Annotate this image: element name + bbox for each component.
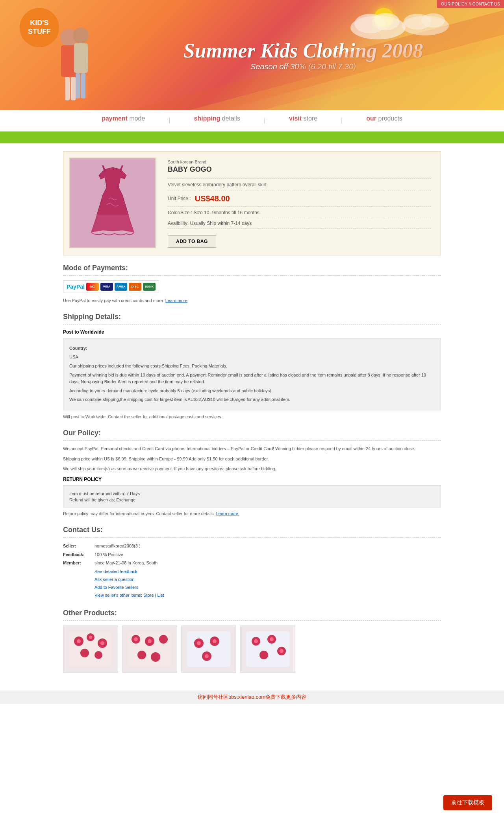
nav-highlight-shipping: shipping <box>194 115 220 122</box>
svg-point-43 <box>254 639 258 643</box>
return-table: Item must be returned within: 7 Days Ref… <box>63 485 441 508</box>
svg-point-10 <box>73 28 89 43</box>
svg-point-29 <box>134 637 138 641</box>
shipping-title-text: Shipping Details: <box>63 313 121 321</box>
card-amex: AMEX <box>115 283 127 291</box>
contact-link-ask[interactable]: Ask seller a question <box>94 576 441 584</box>
add-to-bag-button[interactable]: ADD TO BAG <box>168 235 216 248</box>
nav-item-products[interactable]: our products <box>366 115 402 126</box>
svg-point-5 <box>421 13 445 28</box>
price-value: US$48.00 <box>195 194 230 203</box>
contact-section-title: Contact Us: <box>63 526 441 538</box>
shipping-row-1: Payment of winning bid is due within 10 … <box>69 372 435 386</box>
shipping-country-value: USA <box>69 354 435 361</box>
svg-point-35 <box>197 641 201 645</box>
svg-rect-12 <box>76 73 80 98</box>
product-section: South korean Brand BABY GOGO Velvet slev… <box>63 151 441 256</box>
dress-svg <box>83 163 142 242</box>
post-worldwide: Post to Worldwide <box>63 329 441 335</box>
card-discover: DISC <box>129 283 141 291</box>
contact-section: Contact Us: Seller: homestuffkorea2008(3… <box>63 526 441 599</box>
divider-2 <box>168 191 431 191</box>
shipping-country-label: Country: <box>69 345 435 352</box>
contact-link-favorite[interactable]: Add to Favorite Sellers <box>94 584 441 592</box>
product-thumb-3[interactable] <box>181 625 236 673</box>
main-nav: payment mode | shipping details | visit … <box>0 110 504 132</box>
svg-point-44 <box>270 637 274 641</box>
brand-name: BABY GOGO <box>168 165 431 174</box>
svg-rect-9 <box>71 77 76 100</box>
nav-item-shipping[interactable]: shipping details <box>194 115 240 126</box>
return-row-1: Refund will be given as: Exchange <box>69 497 435 502</box>
contact-link-feedback[interactable]: See detailed feedback <box>94 568 441 576</box>
svg-point-42 <box>259 651 268 659</box>
availability-label: Availbility: <box>168 221 189 226</box>
policy-link[interactable]: OUR POLICY // CONTACT US <box>437 0 504 8</box>
nav-item-payment[interactable]: payment mode <box>102 115 145 126</box>
other-products-section: Other Products: <box>63 609 441 673</box>
other-products-grid <box>63 625 441 673</box>
policy-text-3: We will ship your item(s) as soon as we … <box>63 466 441 473</box>
paypal-logo: PayPal <box>67 284 85 290</box>
cloud-decoration <box>346 4 465 43</box>
svg-point-27 <box>137 651 146 659</box>
card-mastercard: MC <box>86 283 99 291</box>
svg-point-18 <box>80 649 89 657</box>
price-row: Unit Price : US$48.00 <box>168 194 431 203</box>
contact-title-text: Contact Us: <box>63 526 103 534</box>
svg-point-37 <box>205 654 209 658</box>
payment-title-text: Mode of Payments: <box>63 264 128 272</box>
nav-sep-2: | <box>264 115 265 126</box>
brand-label: South korean Brand <box>168 160 431 164</box>
logo-line1: KID'S <box>30 19 48 28</box>
payment-description: Use PayPal to easily pay with credit car… <box>63 298 441 303</box>
product-thumb-4[interactable] <box>240 625 295 673</box>
shipping-row-2: According to yours demand manufacture,cy… <box>69 388 435 395</box>
policy-section: Our Policy: We accept PayPal, Personal c… <box>63 429 441 516</box>
contact-seller-value: homestuffkorea2008(3 ) <box>94 542 141 550</box>
policy-section-title: Our Policy: <box>63 429 441 441</box>
svg-point-28 <box>151 652 160 662</box>
main-content: South korean Brand BABY GOGO Velvet slev… <box>59 143 445 691</box>
contact-feedback-value: 100 % Positive <box>94 551 123 559</box>
policy-text-1: We accept PayPal, Personal checks and Cr… <box>63 445 441 453</box>
svg-rect-13 <box>81 73 85 98</box>
availability-row: Availbility: Usually Ship within 7-14 da… <box>168 221 431 229</box>
svg-rect-8 <box>65 77 70 100</box>
other-products-title: Other Products: <box>63 609 441 621</box>
card-visa: VISA <box>100 283 113 291</box>
svg-point-26 <box>159 635 168 644</box>
nav-item-store[interactable]: visit store <box>289 115 317 126</box>
divider-3 <box>168 206 431 207</box>
product-thumb-1[interactable] <box>63 625 118 673</box>
contact-feedback-row: Feedback: 100 % Positive <box>63 551 441 559</box>
nav-sep-1: | <box>169 115 170 126</box>
nav-highlight-visit: visit <box>289 115 302 122</box>
watermark: 访问同号社区bbs.xienlao.com免费下载更多内容 <box>0 690 504 704</box>
color-size-row: Color/Size : Size 10- 9months till 16 mo… <box>168 210 431 218</box>
nav-highlight-our: our <box>366 115 376 122</box>
policy-learn-more-link[interactable]: Learn more. <box>216 511 239 516</box>
contact-link-other-items[interactable]: View seller's other items: Store | List <box>94 592 441 599</box>
nav-highlight-payment: payment <box>102 115 128 122</box>
svg-point-21 <box>89 636 92 639</box>
contact-seller-row: Seller: homestuffkorea2008(3 ) <box>63 542 441 550</box>
paypal-box: PayPal MC VISA AMEX DISC BANK <box>63 280 159 293</box>
shipping-row-0: Our shipping prices included the followi… <box>69 363 435 370</box>
shipping-section: Shipping Details: Post to Worldwide Coun… <box>63 313 441 419</box>
policy-footer: Return policy may differ for internation… <box>63 511 441 516</box>
watermark-text: 访问同号社区bbs.xienlao.com免费下载更多内容 <box>198 694 306 700</box>
contact-feedback-label: Feedback: <box>63 551 91 559</box>
nav-sep-3: | <box>341 115 343 126</box>
svg-point-2 <box>372 13 400 30</box>
product-thumb-2[interactable] <box>122 625 177 673</box>
svg-rect-11 <box>74 43 88 73</box>
payment-learn-more-link[interactable]: Learn more <box>165 298 187 303</box>
price-label: Unit Price : <box>168 196 191 201</box>
availability-value: Usually Ship within 7-14 days <box>190 221 252 226</box>
policy-text-2: Shipping price within US is $6.99. Shipp… <box>63 456 441 463</box>
card-bank: BANK <box>143 283 156 291</box>
payment-section-title: Mode of Payments: <box>63 264 441 276</box>
policy-title-text: Our Policy: <box>63 429 101 437</box>
svg-point-36 <box>213 639 217 643</box>
